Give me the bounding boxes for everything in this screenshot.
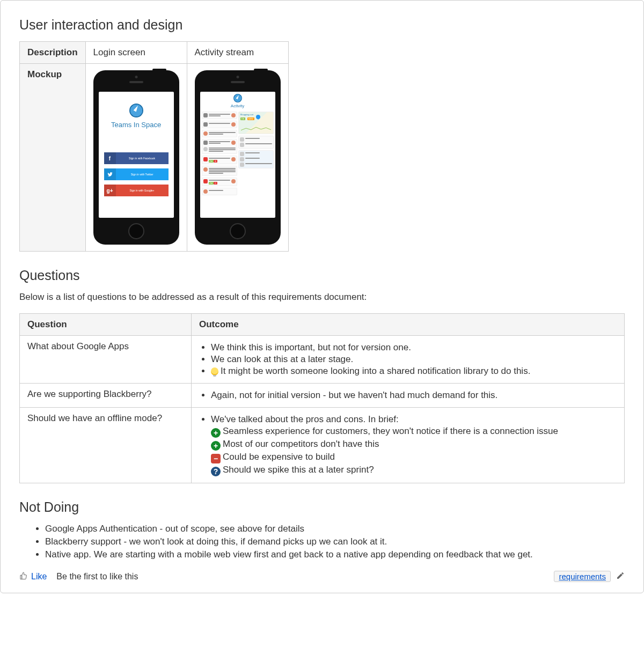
activity-title: Activity <box>200 104 275 108</box>
login-screen: Teams In Space f Sign in with Facebook S… <box>99 92 174 218</box>
question-icon: ? <box>211 467 221 476</box>
lightbulb-icon <box>211 367 218 375</box>
questions-intro: Below is a list of questions to be addre… <box>19 292 625 303</box>
signin-facebook-label: Sign in with Facebook <box>116 157 169 160</box>
plus-icon: + <box>211 428 221 438</box>
outcome-text: We can look at this at a later stage. <box>211 354 353 364</box>
design-table: Description Login screen Activity stream… <box>19 41 289 252</box>
activity-card <box>202 139 237 154</box>
star-icon <box>240 152 244 156</box>
like-label: Like <box>31 572 47 581</box>
star-icon <box>240 163 244 167</box>
outcome-text: Seamless experience for customers, they … <box>223 426 558 436</box>
map-card: Shopping cart OK NEW <box>238 112 274 134</box>
alert-icon <box>203 179 208 183</box>
avatar-icon <box>231 157 236 161</box>
list-item: −Could be expensive to build <box>211 452 617 463</box>
activity-card <box>202 130 237 137</box>
twitter-icon <box>104 168 116 180</box>
activity-header: Activity <box>200 92 275 112</box>
mockup-cell-login: Teams In Space f Sign in with Facebook S… <box>85 64 187 252</box>
design-rowlabel-description: Description <box>20 42 86 64</box>
avatar-icon <box>203 131 208 136</box>
avatar-icon <box>231 179 236 183</box>
list-item: +Most of our competitors don't have this <box>211 439 617 451</box>
like-button[interactable]: Like <box>19 571 47 582</box>
app-title: Teams In Space <box>111 121 161 129</box>
question-cell: Are we supporting Blackberry? <box>20 384 192 408</box>
phone-power-button <box>254 69 268 71</box>
avatar-icon <box>231 122 236 127</box>
google-plus-icon: g+ <box>104 185 116 196</box>
outcome-text: Again, not for initial version - but we … <box>211 390 497 400</box>
facebook-icon: f <box>104 152 116 164</box>
avatar-icon <box>203 189 208 194</box>
outcome-text: It might be worth someone looking into a… <box>221 366 530 376</box>
list-item: Google Apps Authentication - out of scop… <box>45 524 625 534</box>
outcome-text: We've talked about the pros and cons. In… <box>211 414 399 424</box>
design-col1-description: Activity stream <box>187 42 288 64</box>
table-row: What about Google AppsWe think this is i… <box>20 336 625 384</box>
activity-col-right: Shopping cart OK NEW <box>238 112 274 195</box>
questions-th-question: Question <box>20 314 192 336</box>
signin-google-button: g+ Sign in with Google+ <box>104 185 169 196</box>
doc-icon <box>203 141 208 145</box>
notdoing-heading: Not Doing <box>19 499 625 515</box>
outcome-text: Most of our competitors don't have this <box>223 439 379 449</box>
activity-card <box>202 166 237 176</box>
list-item: Native app. We are starting with a mobil… <box>45 549 625 560</box>
label-tag[interactable]: requirements <box>554 571 611 582</box>
outcome-text: Should we spike this at a later sprint? <box>223 465 374 475</box>
phone-mockup-login: Teams In Space f Sign in with Facebook S… <box>93 70 179 245</box>
question-cell: What about Google Apps <box>20 336 192 384</box>
questions-table: Question Outcome What about Google AppsW… <box>19 313 625 483</box>
phone-speaker-icon <box>129 81 143 83</box>
check-icon <box>203 113 208 117</box>
list-item: We've talked about the pros and cons. In… <box>211 414 617 476</box>
like-hint: Be the first to like this <box>56 572 138 581</box>
comment-icon <box>240 143 244 147</box>
signin-twitter-button: Sign in with Twitter <box>104 168 169 180</box>
signin-twitter-label: Sign in with Twitter <box>116 173 169 176</box>
thumbs-up-icon <box>19 571 28 582</box>
phone-power-button <box>152 69 166 71</box>
list-item: We think this is important, but not for … <box>211 342 617 353</box>
signin-google-label: Sign in with Google+ <box>116 189 169 192</box>
list-item: Again, not for initial version - but we … <box>211 390 617 401</box>
phone-home-button-icon <box>230 223 246 239</box>
list-item: +Seamless experience for customers, they… <box>211 426 617 438</box>
list-item: We can look at this at a later stage. <box>211 354 617 365</box>
design-row-mockup: Mockup Teams In Space f Sign in with Fac… <box>20 64 289 252</box>
activity-card: OK2 <box>202 178 237 186</box>
mockup-cell-activity: Activity <box>187 64 288 252</box>
outcome-cell: We think this is important, but not for … <box>192 336 625 384</box>
outcome-list: Again, not for initial version - but we … <box>199 390 617 401</box>
questions-th-outcome: Outcome <box>192 314 625 336</box>
footer-bar: Like Be the first to like this requireme… <box>19 571 625 582</box>
activity-card <box>238 136 274 149</box>
list-item: ?Should we spike this at a later sprint? <box>211 465 617 476</box>
phone-speaker-icon <box>231 81 245 83</box>
avatar-icon <box>203 167 208 172</box>
footer-left: Like Be the first to like this <box>19 571 138 582</box>
app-logo-icon <box>129 104 143 117</box>
questions-heading: Questions <box>19 268 625 283</box>
outcome-cell: We've talked about the pros and cons. In… <box>192 408 625 483</box>
plus-icon: + <box>211 441 221 451</box>
notdoing-list: Google Apps Authentication - out of scop… <box>19 524 625 560</box>
phone-mockup-activity: Activity <box>195 70 281 245</box>
activity-card <box>202 188 237 195</box>
edit-labels-button[interactable] <box>616 571 625 582</box>
design-rowlabel-mockup: Mockup <box>20 64 86 252</box>
table-row: Are we supporting Blackberry?Again, not … <box>20 384 625 408</box>
document-page: User interaction and design Description … <box>0 0 644 593</box>
sparkline-icon <box>241 126 271 131</box>
design-heading: User interaction and design <box>19 17 625 33</box>
activity-screen: Activity <box>200 92 275 218</box>
phone-camera-icon <box>236 76 239 78</box>
phone-home-button-icon <box>128 223 144 239</box>
avatar-icon <box>203 147 208 151</box>
design-col0-description: Login screen <box>85 42 187 64</box>
map-pin-icon <box>256 115 260 119</box>
activity-card <box>238 150 274 168</box>
